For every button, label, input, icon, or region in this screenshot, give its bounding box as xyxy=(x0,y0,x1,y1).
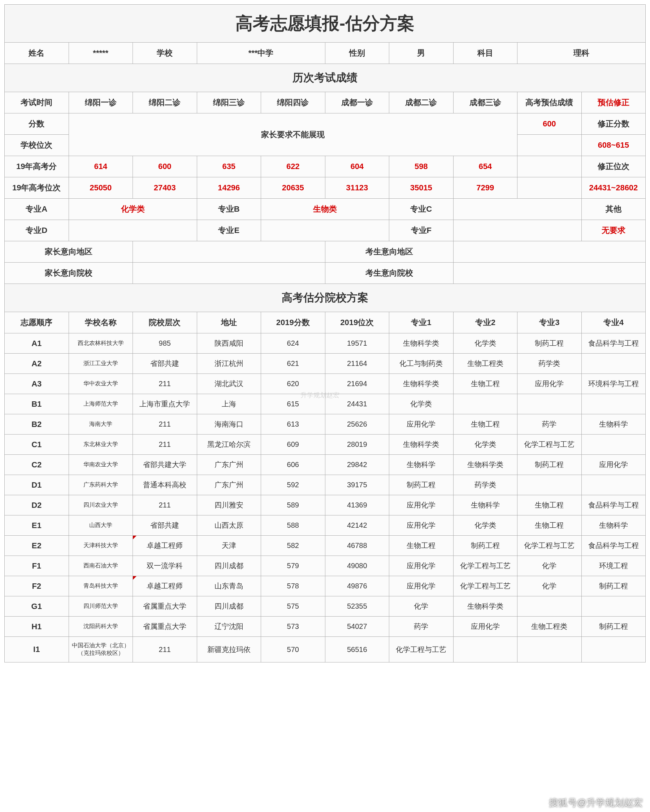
data-cell: 应用化学 xyxy=(389,576,453,596)
data-cell: 生物工程 xyxy=(389,536,453,556)
data-cell: 生物科学类 xyxy=(453,455,517,475)
data-cell: 制药工程 xyxy=(389,475,453,495)
data-cell: 省部共建 xyxy=(133,354,197,374)
data-cell: 上海 xyxy=(197,394,261,414)
data-cell: 食品科学与工程 xyxy=(581,495,645,516)
data-cell: 青岛科技大学 xyxy=(69,576,133,596)
data-cell: 海南海口 xyxy=(197,414,261,435)
plan-header-3: 地址 xyxy=(197,312,261,333)
data-cell: 卓越工程师 xyxy=(133,576,197,596)
data-cell: 578 xyxy=(261,576,325,596)
data-cell: 生物科学类 xyxy=(389,374,453,394)
major-other-label: 其他 xyxy=(581,198,645,220)
data-cell: 环境科学与工程 xyxy=(581,374,645,394)
data-cell: 应用化学 xyxy=(389,516,453,536)
school-value: ***中学 xyxy=(197,43,325,64)
subject-label: 科目 xyxy=(453,43,517,64)
intent-school-row: 家长意向院校 考生意向院校 xyxy=(5,263,645,284)
data-cell: 化学 xyxy=(389,596,453,617)
gk-rank-label: 19年高考位次 xyxy=(5,177,69,198)
data-cell: 生物科学 xyxy=(581,414,645,435)
order-cell: C2 xyxy=(5,455,69,475)
data-cell: 四川师范大学 xyxy=(69,596,133,617)
data-cell xyxy=(581,596,645,617)
data-cell: 制药工程 xyxy=(517,333,582,354)
data-cell: 四川农业大学 xyxy=(69,495,133,516)
table-row: C2华南农业大学省部共建大学广东广州60629842生物科学生物科学类制药工程应… xyxy=(5,455,645,475)
data-cell: 应用化学 xyxy=(389,495,453,516)
data-cell: 省部共建 xyxy=(133,516,197,536)
table-row: F2青岛科技大学卓越工程师山东青岛57849876应用化学化学工程与工艺化学制药… xyxy=(5,576,645,596)
data-cell: 四川雅安 xyxy=(197,495,261,516)
table-row: A1西北农林科技大学985陕西咸阳62419571生物科学类化学类制药工程食品科… xyxy=(5,333,645,354)
exam-col-6: 成都二诊 xyxy=(389,92,453,113)
data-cell: 辽宁沈阳 xyxy=(197,617,261,637)
gender-label: 性别 xyxy=(325,43,389,64)
table-row: G1四川师范大学省属重点大学四川成都57552355化学生物科学类 xyxy=(5,596,645,617)
data-cell: 环境工程 xyxy=(581,556,645,576)
data-cell: 华南农业大学 xyxy=(69,455,133,475)
parent-area xyxy=(133,241,325,263)
data-cell: 化学工程与工艺 xyxy=(389,637,453,662)
rank-label: 学校位次 xyxy=(5,135,69,156)
data-cell: 广东广州 xyxy=(197,475,261,495)
data-cell: 省部共建大学 xyxy=(133,455,197,475)
gk-rank-row: 19年高考位次 25050 27403 14296 20635 31123 35… xyxy=(5,177,645,198)
gk-score-7: 654 xyxy=(453,156,517,177)
data-cell: 制药工程 xyxy=(581,617,645,637)
data-cell: 广东广州 xyxy=(197,455,261,475)
exam-col-5: 成都一诊 xyxy=(325,92,389,113)
gk-score-2: 600 xyxy=(133,156,197,177)
data-cell: 620 xyxy=(261,374,325,394)
table-row: A3华中农业大学211湖北武汉62021694生物科学类生物工程应用化学环境科学… xyxy=(5,374,645,394)
data-cell: 21694 xyxy=(325,374,389,394)
gk-score-5: 604 xyxy=(325,156,389,177)
data-cell: 应用化学 xyxy=(517,374,582,394)
data-cell: 624 xyxy=(261,333,325,354)
exam-col-7: 成都三诊 xyxy=(453,92,517,113)
gk-rank-6: 35015 xyxy=(389,177,453,198)
data-cell xyxy=(581,637,645,662)
student-school xyxy=(453,263,645,284)
data-cell: 药学类 xyxy=(517,354,582,374)
major-none: 无要求 xyxy=(581,220,645,241)
data-cell: 化学工程与工艺 xyxy=(517,435,582,455)
data-cell: 52355 xyxy=(325,596,389,617)
data-cell: 621 xyxy=(261,354,325,374)
major-d xyxy=(69,220,197,241)
data-cell: 49876 xyxy=(325,576,389,596)
data-cell: 化学类 xyxy=(453,435,517,455)
order-cell: E2 xyxy=(5,536,69,556)
data-cell: 生物工程 xyxy=(517,516,582,536)
plan-header-0: 志愿顺序 xyxy=(5,312,69,333)
gk-rank-3: 14296 xyxy=(197,177,261,198)
corr-score-label: 修正分数 xyxy=(581,113,645,135)
data-cell: 药学 xyxy=(517,414,582,435)
data-cell: 化学工程与工艺 xyxy=(517,536,582,556)
data-cell: 生物科学类 xyxy=(389,333,453,354)
major-c xyxy=(453,198,581,220)
data-cell: 613 xyxy=(261,414,325,435)
data-cell: 华中农业大学 xyxy=(69,374,133,394)
exam-col-4: 绵阳四诊 xyxy=(261,92,325,113)
data-cell: 天津科技大学 xyxy=(69,536,133,556)
data-cell: 山西大学 xyxy=(69,516,133,536)
data-cell: 四川成都 xyxy=(197,596,261,617)
data-cell: 天津 xyxy=(197,536,261,556)
major-row-2: 专业D 专业E 专业F 无要求 xyxy=(5,220,645,241)
data-cell: 沈阳药科大学 xyxy=(69,617,133,637)
data-cell: 化学工程与工艺 xyxy=(453,576,517,596)
data-cell: 609 xyxy=(261,435,325,455)
gk-score-6: 598 xyxy=(389,156,453,177)
data-cell: 制药工程 xyxy=(581,576,645,596)
major-e-label: 专业E xyxy=(197,220,261,241)
rank-blank xyxy=(517,135,582,156)
order-cell: B1 xyxy=(5,394,69,414)
table-row: E2天津科技大学卓越工程师天津58246788生物工程制药工程化学工程与工艺食品… xyxy=(5,536,645,556)
corr-rank: 24431~28602 xyxy=(581,177,645,198)
data-cell: 西北农林科技大学 xyxy=(69,333,133,354)
parent-school xyxy=(133,263,325,284)
data-cell: 588 xyxy=(261,516,325,536)
data-cell: 24431 xyxy=(325,394,389,414)
exam-time-label: 考试时间 xyxy=(5,92,69,113)
